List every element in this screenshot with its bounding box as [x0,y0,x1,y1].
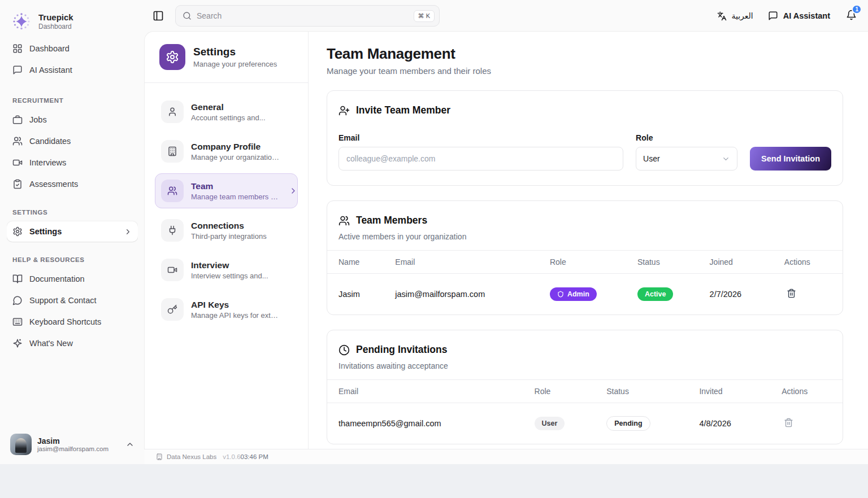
settings-nav-company-profile[interactable]: Company Profile Manage your organization… [155,134,298,169]
settings-nav-team[interactable]: Team Manage team members an... [155,173,298,208]
status-bar: Data Nexus Labs v1.0.6 03:46 PM [145,449,868,464]
sidebar-item-jobs[interactable]: Jobs [7,110,138,130]
role-badge: Admin [550,287,597,301]
content-area: Settings Manage your preferences General… [145,32,868,449]
settings-panel-subtitle: Manage your preferences [193,60,277,68]
email-field-label: Email [338,133,623,142]
delete-member-button[interactable] [784,286,798,302]
column-header: Status [626,257,698,267]
footer-company-name: Data Nexus Labs [167,453,216,460]
page-title: Team Management [327,45,843,63]
sparkles-icon [12,338,23,348]
chevron-down-icon [722,155,730,163]
sidebar-item-keyboard-shortcuts[interactable]: Keyboard Shortcuts [7,312,138,332]
truepick-logo-icon [10,10,33,33]
settings-nav-desc: Interview settings and... [191,272,268,280]
settings-subnav-header: Settings Manage your preferences [145,32,308,83]
sidebar-item-support[interactable]: Support & Contact [7,290,138,311]
chevron-right-icon [124,228,132,236]
settings-nav-label: Interview [191,260,268,270]
sidebar-item-ai-assistant[interactable]: AI Assistant [7,60,138,80]
language-switcher[interactable]: العربية [717,11,753,21]
sidebar-item-dashboard[interactable]: Dashboard [7,38,138,59]
sidebar-item-label: Documentation [29,274,85,283]
search-input[interactable]: Search ⌘ K [175,5,440,27]
user-name: Jasim [37,436,108,446]
keyboard-icon [12,317,23,327]
main-region: Search ⌘ K العربية AI Assistant [145,0,868,464]
role-field-label: Role [636,133,737,142]
settings-nav-label: Company Profile [191,141,281,152]
column-header: Status [595,387,688,396]
user-menu[interactable]: Jasim jasim@mailforspam.com [7,430,138,458]
search-placeholder: Search [197,11,409,20]
sidebar-item-label: Dashboard [29,44,70,53]
users-icon [12,136,23,146]
column-header: Joined [698,257,773,267]
clock-icon [338,344,350,356]
settings-subnav: Settings Manage your preferences General… [145,32,309,449]
brand-subtitle: Dashboard [38,23,73,30]
sidebar: Truepick Dashboard Dashboard AI Assistan… [0,0,145,464]
sidebar-item-candidates[interactable]: Candidates [7,131,138,151]
invitation-email: thameempn565@gmail.com [327,419,523,428]
chevron-up-icon [125,440,134,449]
footer-version: v1.0.6 [223,453,240,460]
chat-bubble-icon [12,65,23,75]
person-icon [161,101,184,123]
member-email: jasim@mailforspam.com [384,290,539,299]
sidebar-item-whats-new[interactable]: What's New [7,333,138,353]
invitation-date: 4/8/2026 [688,419,770,428]
sidebar-item-assessments[interactable]: Assessments [7,174,138,194]
settings-nav-label: General [191,102,266,112]
sidebar-item-label: Settings [29,227,62,236]
table-row: Jasim jasim@mailforspam.com Admin [327,274,843,314]
shield-icon [557,291,564,298]
settings-nav-general[interactable]: General Account settings and... [155,94,298,129]
book-open-icon [12,274,23,284]
settings-nav-connections[interactable]: Connections Third-party integrations [155,213,298,248]
languages-icon [717,11,727,21]
sidebar-item-documentation[interactable]: Documentation [7,269,138,289]
invite-email-field[interactable] [338,147,623,171]
sidebar-nav: Dashboard AI Assistant RECRUITMENT Jobs [7,38,138,426]
sidebar-item-interviews[interactable]: Interviews [7,152,138,173]
ai-assistant-label: AI Assistant [783,11,830,20]
app-window: Truepick Dashboard Dashboard AI Assistan… [0,0,868,464]
settings-nav-label: Team [191,181,281,191]
message-circle-icon [12,295,23,305]
settings-nav-api-keys[interactable]: API Keys Manage API keys for external... [155,292,298,327]
pending-invitations-subtitle: Invitations awaiting acceptance [338,361,831,370]
invite-card-title: Invite Team Member [356,104,450,116]
section-title-settings: SETTINGS [12,209,138,216]
settings-nav-desc: Account settings and... [191,113,266,122]
sidebar-item-label: AI Assistant [29,65,72,75]
settings-nav-label: API Keys [191,299,281,310]
gear-icon [12,226,23,237]
column-header: Role [539,257,626,267]
settings-nav-interview[interactable]: Interview Interview settings and... [155,252,298,287]
brand[interactable]: Truepick Dashboard [7,8,138,38]
role-select[interactable]: User [636,147,737,171]
ai-assistant-button[interactable]: AI Assistant [768,11,830,21]
chat-bubble-icon [768,11,778,21]
send-invitation-button[interactable]: Send Invitation [750,147,831,171]
sidebar-item-settings[interactable]: Settings [7,221,138,242]
users-icon [161,180,184,202]
column-header: Email [327,387,523,396]
table-header-row: Email Role Status Invited Actions [327,379,843,403]
settings-nav-desc: Third-party integrations [191,232,267,241]
team-members-card: Team Members Active members in your orga… [327,200,843,315]
user-avatar [10,434,32,455]
column-header: Email [384,257,539,267]
sidebar-toggle-button[interactable] [149,7,167,25]
settings-nav-label: Connections [191,220,267,231]
notifications-button[interactable]: 1 [845,8,858,24]
role-select-value: User [643,154,660,163]
sidebar-item-label: Keyboard Shortcuts [29,317,101,326]
delete-invitation-button[interactable] [782,416,796,431]
chevron-right-icon [289,186,298,195]
invite-team-member-card: Invite Team Member Email Role User [327,90,843,186]
search-icon [183,11,192,20]
video-camera-icon [12,158,23,168]
